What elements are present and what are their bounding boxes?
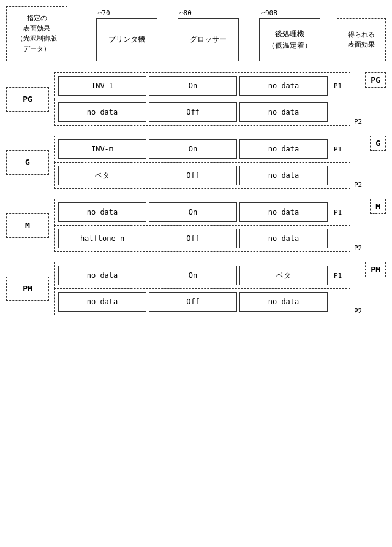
cell-G-row1-col0: ベタ: [58, 166, 146, 185]
data-row-M-0: no dataOnno dataP1: [54, 199, 350, 226]
cell-PM-row0-col0: no data: [58, 266, 146, 285]
section-label-PM: PM: [6, 277, 49, 301]
cell-PG-row1-col1: Off: [149, 102, 237, 122]
cell-PG-row1-col0: no data: [58, 102, 146, 122]
cell-PG-row0-col2: no data: [239, 76, 328, 96]
cell-PG-row0-col0: INV-1: [58, 76, 146, 96]
rows-col-M: no dataOnno dataP1halftone-nOffno data: [54, 199, 350, 252]
diagram: 指定の表面効果（光沢制御版データ） ⌒70 プリンタ機 ⌒80 グロッサー ⌒9…: [6, 6, 386, 315]
cell-G-row0-col0: INV-m: [58, 139, 146, 159]
cell-M-row1-col1: Off: [149, 229, 237, 248]
right-col-G: GP2: [354, 136, 386, 189]
outer-right-label-M: M: [370, 199, 386, 214]
data-row-PG-0: INV-1Onno dataP1: [54, 72, 350, 99]
header-row: 指定の表面効果（光沢制御版データ） ⌒70 プリンタ機 ⌒80 グロッサー ⌒9…: [6, 6, 386, 61]
data-row-G-0: INV-mOnno dataP1: [54, 136, 350, 163]
cell-PM-row1-col2: no data: [239, 292, 328, 312]
machine-box-postproc: 後処理機（低温定着）: [259, 18, 320, 61]
cell-PM-row0-col1: On: [149, 266, 237, 285]
header-result: 得られる表面効果: [337, 18, 386, 61]
data-row-M-1: halftone-nOffno data: [54, 225, 350, 252]
p-label-PG-row0: P1: [334, 82, 346, 90]
data-row-PG-1: no dataOffno data: [54, 99, 350, 126]
machine-box-glosser: グロッサー: [178, 18, 239, 61]
data-row-PM-1: no dataOffno data: [54, 288, 350, 315]
rows-col-G: INV-mOnno dataP1ベタOffno data: [54, 136, 350, 189]
machine-postproc: ⌒90B 後処理機（低温定着）: [256, 9, 323, 61]
outer-right-label-PM: PM: [365, 262, 386, 277]
p2-label-PM: P2: [354, 306, 386, 315]
outer-right-label-PG: PG: [365, 72, 386, 88]
right-col-M: MP2: [354, 199, 386, 252]
machine-printer: ⌒70 プリンタ機: [93, 9, 160, 61]
section-PG: PGINV-1Onno dataP1no dataOffno dataPGP2: [6, 72, 386, 126]
cell-M-row0-col0: no data: [58, 202, 146, 222]
p-label-M-row0: P1: [334, 208, 346, 216]
header-machines: ⌒70 プリンタ機 ⌒80 グロッサー ⌒90B 後処理機（低温定着）: [86, 9, 331, 61]
right-col-PM: PMP2: [354, 262, 386, 315]
section-M: Mno dataOnno dataP1halftone-nOffno dataM…: [6, 199, 386, 252]
cell-G-row0-col1: On: [149, 139, 237, 159]
cell-M-row0-col2: no data: [239, 202, 328, 222]
header-label: 指定の表面効果（光沢制御版データ）: [6, 6, 67, 61]
machine-number-70: ⌒70: [98, 9, 110, 17]
p2-label-M: P2: [354, 243, 386, 252]
cell-M-row1-col0: halftone-n: [58, 229, 146, 248]
p-label-PM-row0: P1: [334, 272, 346, 280]
machine-number-90b: ⌒90B: [261, 9, 277, 17]
section-label-G: G: [6, 150, 49, 175]
cell-G-row0-col2: no data: [239, 139, 328, 159]
cell-G-row1-col2: no data: [239, 166, 328, 185]
section-label-M: M: [6, 213, 49, 238]
cell-PM-row1-col1: Off: [149, 292, 237, 312]
cell-PG-row1-col2: no data: [239, 102, 328, 122]
section-G: GINV-mOnno dataP1ベタOffno dataGP2: [6, 136, 386, 189]
rows-col-PG: INV-1Onno dataP1no dataOffno data: [54, 72, 350, 126]
sections-container: PGINV-1Onno dataP1no dataOffno dataPGP2G…: [6, 72, 386, 315]
machine-glosser: ⌒80 グロッサー: [175, 9, 242, 61]
p2-label-PG: P2: [354, 117, 386, 126]
machine-box-printer: プリンタ機: [96, 18, 157, 61]
cell-G-row1-col1: Off: [149, 166, 237, 185]
machine-number-80: ⌒80: [179, 9, 192, 17]
rows-col-PM: no dataOnベタP1no dataOffno data: [54, 262, 350, 315]
p-label-G-row0: P1: [334, 145, 346, 153]
cell-PM-row1-col0: no data: [58, 292, 146, 312]
cell-M-row0-col1: On: [149, 202, 237, 222]
p2-label-G: P2: [354, 180, 386, 189]
section-PM: PMno dataOnベタP1no dataOffno dataPMP2: [6, 262, 386, 315]
cell-PG-row0-col1: On: [149, 76, 237, 96]
data-row-PM-0: no dataOnベタP1: [54, 262, 350, 289]
data-row-G-1: ベタOffno data: [54, 162, 350, 189]
cell-M-row1-col2: no data: [239, 229, 328, 248]
cell-PM-row0-col2: ベタ: [239, 266, 328, 285]
outer-right-label-G: G: [370, 136, 386, 151]
section-label-PG: PG: [6, 87, 49, 112]
right-col-PG: PGP2: [354, 72, 386, 126]
